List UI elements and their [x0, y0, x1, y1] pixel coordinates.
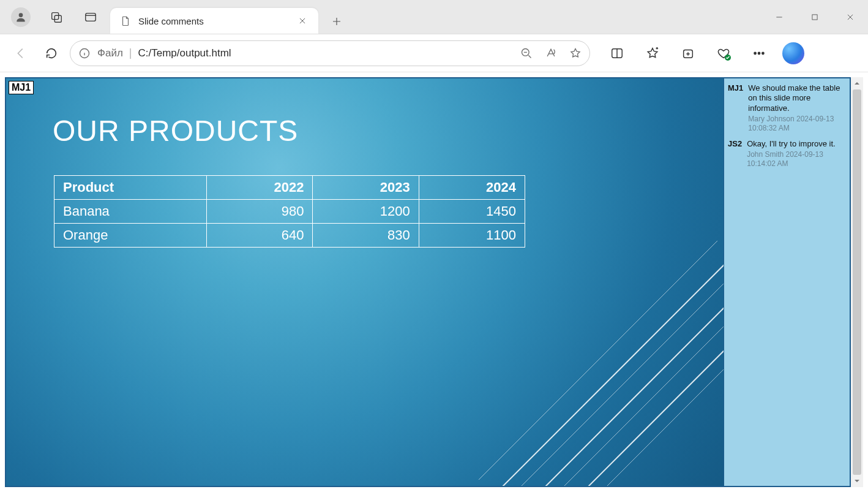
tabstrip: Slide comments	[110, 0, 349, 34]
document-icon	[120, 15, 131, 26]
svg-line-13	[491, 253, 724, 486]
table-row: Banana 980 1200 1450	[54, 200, 525, 224]
window-controls	[761, 5, 868, 29]
new-tab-button[interactable]	[324, 9, 349, 34]
scroll-thumb[interactable]	[853, 89, 861, 475]
comment-meta: John Smith 2024-09-13 10:14:02 AM	[747, 150, 846, 168]
scroll-up-arrow[interactable]	[851, 77, 863, 89]
more-menu-icon[interactable]	[747, 41, 771, 66]
svg-rect-3	[86, 13, 96, 21]
toolbar-right	[605, 41, 804, 66]
cell-value: 1100	[419, 224, 525, 248]
zoom-out-icon[interactable]	[520, 47, 533, 60]
cell-value: 1450	[419, 200, 525, 224]
copilot-button[interactable]	[782, 42, 804, 64]
cell-value: 830	[313, 224, 419, 248]
collections-icon[interactable]	[676, 41, 700, 66]
back-button[interactable]	[9, 41, 33, 66]
browser-titlebar: Slide comments	[0, 0, 868, 34]
comments-panel: MJ1 We should make the table on this sli…	[724, 78, 850, 486]
favorites-list-icon[interactable]	[640, 41, 665, 66]
cell-value: 640	[207, 224, 313, 248]
cell-product: Banana	[54, 200, 207, 224]
profile-button[interactable]	[11, 7, 31, 27]
svg-line-16	[552, 314, 724, 486]
svg-line-19	[479, 241, 717, 480]
comment-meta: Mary Johnson 2024-09-13 10:08:32 AM	[748, 115, 846, 133]
svg-point-10	[754, 52, 756, 54]
site-info-icon[interactable]	[78, 47, 91, 60]
products-table: Product 2022 2023 2024 Banana 980 1200 1…	[54, 175, 525, 248]
reload-button[interactable]	[39, 41, 64, 66]
comment-author: John Smith	[747, 150, 784, 159]
page-content: MJ1 OUR PRODUCTS Product 2022 2023 2024 …	[0, 72, 868, 492]
cell-value: 1200	[313, 200, 419, 224]
col-2023: 2023	[313, 176, 419, 200]
workspaces-icon[interactable]	[48, 9, 65, 26]
slide-area: MJ1 OUR PRODUCTS Product 2022 2023 2024 …	[6, 78, 724, 486]
comment-item[interactable]: JS2 Okay, I'll try to improve it. John S…	[728, 139, 846, 168]
tab-close-button[interactable]	[296, 15, 309, 27]
comment-text: We should make the table on this slide m…	[748, 83, 846, 113]
address-bar[interactable]: Файл | C:/Temp/output.html	[70, 40, 590, 66]
browser-toolbar: Файл | C:/Temp/output.html	[0, 34, 868, 72]
comment-item[interactable]: MJ1 We should make the table on this sli…	[728, 83, 846, 133]
comment-body: We should make the table on this slide m…	[748, 83, 846, 133]
address-separator: |	[129, 47, 132, 59]
table-row: Orange 640 830 1100	[54, 224, 525, 248]
comment-marker[interactable]: MJ1	[9, 81, 34, 94]
svg-rect-4	[812, 14, 817, 19]
scroll-down-arrow[interactable]	[851, 475, 863, 487]
decorative-lines	[454, 216, 724, 486]
favorite-icon[interactable]	[569, 47, 582, 60]
titlebar-left	[0, 7, 99, 27]
close-window-button[interactable]	[832, 5, 868, 29]
svg-point-11	[758, 52, 760, 54]
col-2022: 2022	[207, 176, 313, 200]
page-frame: MJ1 OUR PRODUCTS Product 2022 2023 2024 …	[5, 77, 851, 487]
read-aloud-icon[interactable]	[544, 47, 558, 60]
vertical-scrollbar[interactable]	[851, 77, 863, 487]
svg-line-14	[509, 271, 724, 486]
health-icon[interactable]	[711, 41, 736, 66]
col-product: Product	[54, 176, 207, 200]
cell-value: 980	[207, 200, 313, 224]
svg-line-18	[595, 357, 724, 486]
comment-text: Okay, I'll try to improve it.	[747, 139, 846, 149]
comment-author: Mary Johnson	[748, 115, 794, 123]
comment-body: Okay, I'll try to improve it. John Smith…	[747, 139, 846, 168]
col-2024: 2024	[419, 176, 525, 200]
svg-line-15	[534, 296, 724, 486]
tab-title: Slide comments	[138, 16, 289, 26]
svg-line-17	[577, 339, 724, 486]
address-right-icons	[520, 47, 582, 60]
scroll-track[interactable]	[851, 89, 863, 475]
address-url: C:/Temp/output.html	[138, 47, 514, 59]
comment-initials: JS2	[728, 139, 742, 168]
split-screen-icon[interactable]	[605, 41, 629, 66]
tab-actions-icon[interactable]	[82, 9, 99, 26]
minimize-button[interactable]	[761, 5, 797, 29]
svg-point-12	[762, 52, 764, 54]
table-header-row: Product 2022 2023 2024	[54, 176, 525, 200]
comment-initials: MJ1	[728, 83, 743, 133]
active-tab[interactable]: Slide comments	[110, 8, 318, 34]
svg-point-0	[19, 13, 23, 17]
slide-title: OUR PRODUCTS	[53, 114, 298, 148]
address-source-label: Файл	[97, 47, 123, 59]
cell-product: Orange	[54, 224, 207, 248]
maximize-button[interactable]	[797, 5, 832, 29]
